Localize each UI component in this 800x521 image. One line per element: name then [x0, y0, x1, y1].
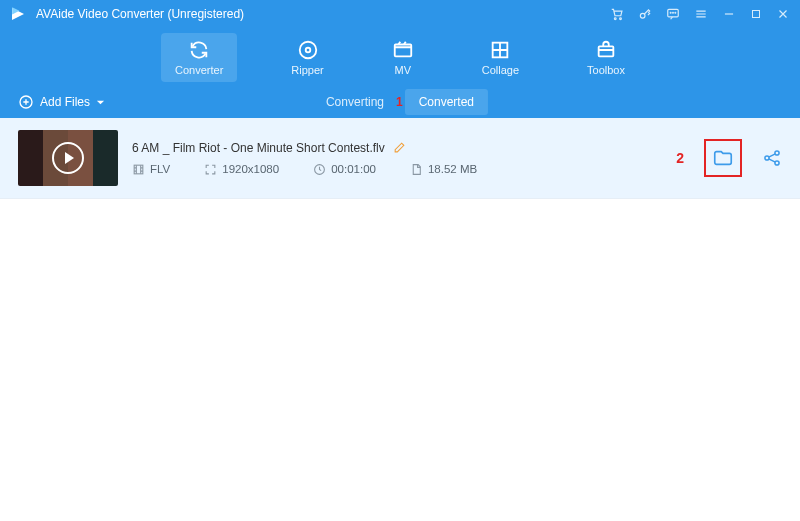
add-files-button[interactable]: Add Files — [18, 94, 105, 110]
edit-icon[interactable] — [393, 141, 406, 154]
tab-collage[interactable]: Collage — [468, 33, 533, 82]
file-name: 6 AM _ Film Riot - One Minute Short Cont… — [132, 141, 385, 155]
converter-icon — [188, 39, 210, 61]
svg-point-9 — [305, 47, 310, 52]
app-logo-icon — [10, 5, 28, 23]
window-title: AVAide Video Converter (Unregistered) — [36, 7, 244, 21]
file-size-value: 18.52 MB — [428, 163, 477, 175]
play-icon — [52, 142, 84, 174]
annotation-step1: 1 — [396, 95, 403, 109]
tab-converting[interactable]: Converting — [312, 89, 398, 115]
svg-rect-14 — [134, 165, 143, 174]
share-icon — [762, 148, 782, 168]
file-duration: 00:01:00 — [313, 163, 376, 176]
cart-icon[interactable] — [610, 7, 624, 21]
row-actions: 2 — [676, 141, 782, 175]
file-duration-value: 00:01:00 — [331, 163, 376, 175]
file-title-row: 6 AM _ Film Riot - One Minute Short Cont… — [132, 141, 662, 155]
tab-ripper[interactable]: Ripper — [277, 33, 337, 82]
close-icon[interactable] — [776, 7, 790, 21]
add-files-label: Add Files — [40, 95, 90, 109]
toolbox-icon — [595, 39, 617, 61]
titlebar: AVAide Video Converter (Unregistered) — [0, 0, 800, 28]
tab-converted-label: Converted — [419, 95, 474, 109]
file-resolution: 1920x1080 — [204, 163, 279, 176]
tab-converted[interactable]: Converted — [405, 89, 488, 115]
file-size: 18.52 MB — [410, 163, 477, 176]
feedback-icon[interactable] — [666, 7, 680, 21]
svg-rect-10 — [394, 44, 411, 56]
svg-point-5 — [673, 12, 674, 13]
file-meta: 6 AM _ Film Riot - One Minute Short Cont… — [132, 141, 662, 176]
collage-icon — [489, 39, 511, 61]
chevron-down-icon — [96, 98, 105, 107]
file-format: FLV — [132, 163, 170, 176]
maximize-icon[interactable] — [750, 8, 762, 20]
key-icon[interactable] — [638, 7, 652, 21]
window-controls — [610, 7, 790, 21]
folder-icon — [712, 147, 734, 169]
conversion-status-tabs: Converting 1 Converted — [312, 89, 488, 115]
tab-label: Toolbox — [587, 64, 625, 76]
ripper-icon — [297, 39, 319, 61]
main-tabbar: Converter Ripper MV Collage Toolbox — [0, 28, 800, 86]
svg-point-1 — [620, 18, 622, 20]
svg-rect-7 — [753, 11, 760, 18]
annotation-step2: 2 — [676, 150, 684, 166]
expand-icon — [204, 163, 217, 176]
svg-point-2 — [640, 13, 645, 18]
content-area: 6 AM _ Film Riot - One Minute Short Cont… — [0, 118, 800, 521]
clock-icon — [313, 163, 326, 176]
file-resolution-value: 1920x1080 — [222, 163, 279, 175]
video-thumbnail[interactable] — [18, 130, 118, 186]
tab-converter[interactable]: Converter — [161, 33, 237, 82]
tab-label: Converter — [175, 64, 223, 76]
menu-icon[interactable] — [694, 7, 708, 21]
share-button[interactable] — [762, 148, 782, 168]
tab-mv[interactable]: MV — [378, 33, 428, 82]
film-icon — [132, 163, 145, 176]
plus-circle-icon — [18, 94, 34, 110]
svg-point-0 — [614, 18, 616, 20]
svg-point-4 — [670, 12, 671, 13]
subbar: Add Files Converting 1 Converted — [0, 86, 800, 118]
file-meta-row: FLV 1920x1080 00:01:00 18.52 MB — [132, 163, 662, 176]
file-icon — [410, 163, 423, 176]
tab-label: Ripper — [291, 64, 323, 76]
file-row: 6 AM _ Film Riot - One Minute Short Cont… — [0, 118, 800, 199]
minimize-icon[interactable] — [722, 7, 736, 21]
svg-point-8 — [299, 41, 316, 58]
tab-label: MV — [394, 64, 411, 76]
svg-rect-12 — [599, 46, 614, 56]
mv-icon — [392, 39, 414, 61]
tab-label: Collage — [482, 64, 519, 76]
svg-point-6 — [675, 12, 676, 13]
file-format-value: FLV — [150, 163, 170, 175]
open-folder-button[interactable] — [706, 141, 740, 175]
tab-toolbox[interactable]: Toolbox — [573, 33, 639, 82]
